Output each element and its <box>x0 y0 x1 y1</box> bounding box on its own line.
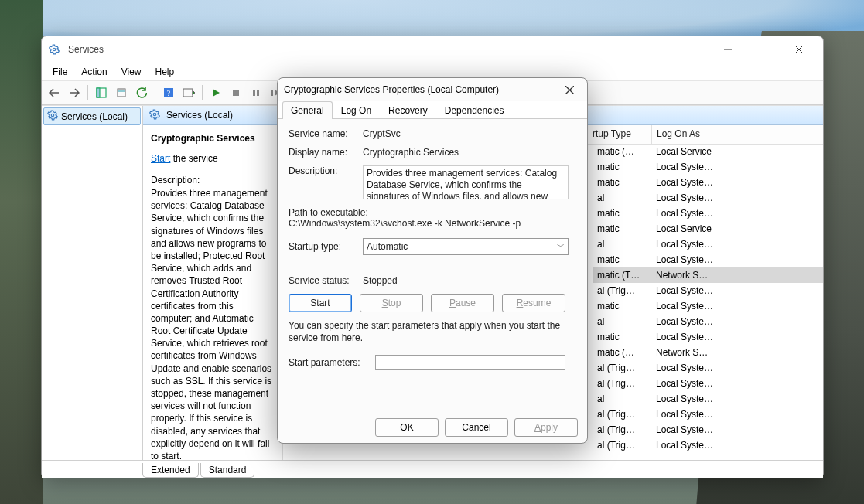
start-parameters-input[interactable] <box>375 355 565 370</box>
cell-logon: Local Syste… <box>651 439 735 451</box>
export-list-button[interactable] <box>112 83 131 102</box>
titlebar[interactable]: Services <box>42 36 823 63</box>
cell-logon: Local Syste… <box>651 331 735 343</box>
table-row[interactable]: al (Trig…Local Syste… <box>593 283 823 298</box>
table-row[interactable]: maticLocal Syste… <box>593 329 823 345</box>
table-row[interactable]: maticLocal Syste… <box>593 252 823 267</box>
cell-logon: Local Syste… <box>651 192 735 204</box>
cell-startup: matic <box>593 161 651 173</box>
table-row[interactable]: alLocal Syste… <box>593 237 823 252</box>
show-hide-tree-button[interactable] <box>92 83 111 102</box>
label-start-parameters: Start parameters: <box>289 357 375 368</box>
pause-button[interactable]: Pause <box>431 294 494 312</box>
menu-help[interactable]: Help <box>149 65 181 79</box>
tab-recovery[interactable]: Recovery <box>380 101 436 119</box>
svg-marker-12 <box>213 89 220 97</box>
table-row[interactable]: maticLocal Service <box>593 221 823 237</box>
svg-rect-16 <box>271 90 273 96</box>
label-startup-type: Startup type: <box>289 241 363 252</box>
cell-logon: Local Syste… <box>651 161 735 173</box>
svg-rect-15 <box>257 90 259 96</box>
cell-startup: matic <box>593 207 651 220</box>
table-row[interactable]: maticLocal Syste… <box>593 159 823 175</box>
table-row[interactable]: maticLocal Syste… <box>593 175 823 190</box>
dialog-close-button[interactable] <box>558 80 581 99</box>
startup-type-value: Automatic <box>367 241 408 252</box>
apply-button[interactable]: Apply <box>514 418 578 437</box>
tab-dependencies[interactable]: Dependencies <box>436 101 513 119</box>
table-row[interactable]: matic (…Network S… <box>593 345 823 360</box>
cell-logon: Local Service <box>651 223 735 235</box>
table-row[interactable]: maticLocal Syste… <box>593 206 823 221</box>
gear-icon <box>47 110 58 123</box>
svg-rect-10 <box>183 89 193 97</box>
table-row[interactable]: alLocal Syste… <box>593 314 823 329</box>
close-button[interactable] <box>781 38 817 61</box>
svg-rect-14 <box>253 90 255 96</box>
dialog-title: Cryptographic Services Properties (Local… <box>284 84 558 95</box>
window-title: Services <box>65 44 710 55</box>
tab-extended[interactable]: Extended <box>142 463 199 478</box>
table-row[interactable]: matic (T…Network S… <box>593 267 823 283</box>
dialog-titlebar[interactable]: Cryptographic Services Properties (Local… <box>278 78 587 101</box>
minimize-button[interactable] <box>710 38 746 61</box>
hint-text: You can specify the start parameters tha… <box>289 320 576 344</box>
forward-button[interactable] <box>65 83 84 102</box>
value-path: C:\Windows\system32\svchost.exe -k Netwo… <box>289 218 576 229</box>
cell-startup: matic (… <box>593 346 651 359</box>
cell-startup: matic <box>593 254 651 266</box>
menu-view[interactable]: View <box>115 65 148 79</box>
start-button[interactable]: Start <box>289 294 352 312</box>
table-row[interactable]: al (Trig…Local Syste… <box>593 376 823 391</box>
start-service-link[interactable]: Start <box>151 153 170 164</box>
tab-log-on[interactable]: Log On <box>333 101 380 119</box>
cell-startup: al (Trig… <box>593 284 651 297</box>
table-row[interactable]: al (Trig…Local Syste… <box>593 407 823 422</box>
cancel-button[interactable]: Cancel <box>445 418 508 437</box>
tab-general[interactable]: General <box>282 101 333 119</box>
maximize-button[interactable] <box>746 38 781 61</box>
value-service-name: CryptSvc <box>363 128 576 139</box>
bottom-tabs: Extended Standard <box>42 460 823 478</box>
cell-startup: matic <box>593 300 651 312</box>
cell-startup: al <box>593 238 651 250</box>
svg-rect-6 <box>97 88 100 97</box>
menu-action[interactable]: Action <box>75 65 113 79</box>
table-row[interactable]: alLocal Syste… <box>593 391 823 407</box>
tab-standard[interactable]: Standard <box>200 463 255 478</box>
menu-file[interactable]: File <box>46 65 73 79</box>
start-suffix: the service <box>170 153 217 164</box>
pause-service-button[interactable] <box>247 83 265 102</box>
start-service-button[interactable] <box>207 83 225 102</box>
help-button[interactable]: ? <box>159 83 178 102</box>
cell-logon: Local Syste… <box>651 238 735 250</box>
cell-startup: matic <box>593 176 651 189</box>
label-description: Description: <box>289 165 363 176</box>
table-row[interactable]: al (Trig…Local Syste… <box>593 438 823 453</box>
cell-logon: Local Syste… <box>651 300 735 312</box>
refresh-button[interactable] <box>132 83 151 102</box>
cell-logon: Local Syste… <box>651 377 735 390</box>
cell-startup: matic (T… <box>593 269 651 281</box>
table-row[interactable]: al (Trig…Local Syste… <box>593 422 823 438</box>
stop-service-button[interactable] <box>227 83 245 102</box>
back-button[interactable] <box>45 83 63 102</box>
label-path: Path to executable: <box>289 207 576 218</box>
startup-type-select[interactable]: Automatic ﹀ <box>363 238 569 255</box>
ok-button[interactable]: OK <box>375 418 439 437</box>
table-row[interactable]: maticLocal Syste… <box>593 298 823 314</box>
table-row[interactable]: matic (…Local Service <box>593 144 823 159</box>
resume-button[interactable]: Resume <box>502 294 565 312</box>
stop-button[interactable]: Stop <box>360 294 423 312</box>
services-icon <box>48 43 60 56</box>
column-log-on-as[interactable]: Log On As <box>652 125 736 144</box>
column-startup-type[interactable]: Startup Type <box>593 125 652 144</box>
svg-rect-7 <box>118 89 125 97</box>
table-row[interactable]: alLocal Syste… <box>593 190 823 206</box>
tree-item-services-local[interactable]: Services (Local) <box>43 107 141 125</box>
properties-button[interactable] <box>179 83 198 102</box>
cell-logon: Local Syste… <box>651 393 735 405</box>
table-row[interactable]: al (Trig…Local Syste… <box>593 360 823 376</box>
description-textbox[interactable]: Provides three management services: Cata… <box>363 165 569 199</box>
label-service-name: Service name: <box>289 128 363 139</box>
